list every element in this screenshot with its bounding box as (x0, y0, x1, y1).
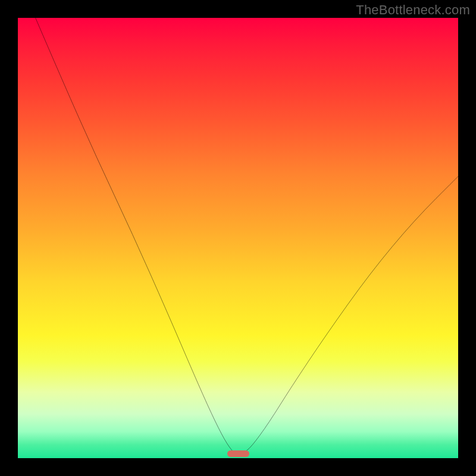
bottleneck-curve (18, 18, 458, 458)
watermark-label: TheBottleneck.com (356, 2, 470, 18)
optimum-marker (227, 450, 249, 457)
plot-area (18, 18, 458, 458)
chart-frame: TheBottleneck.com (0, 0, 476, 476)
